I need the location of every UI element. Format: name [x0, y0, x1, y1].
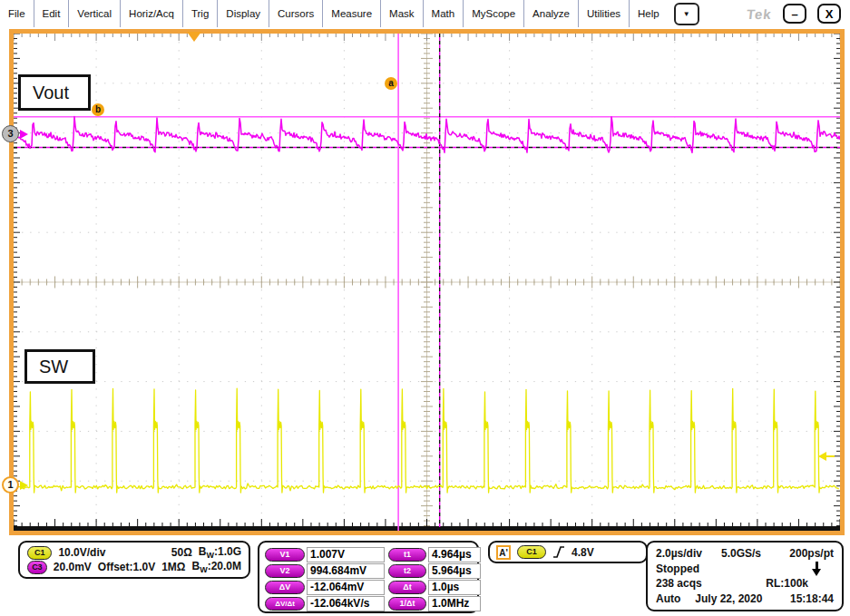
channel3-arrow-icon: [20, 130, 28, 139]
menu-item-utilities[interactable]: Utilities: [579, 0, 630, 27]
dv-dt-badge[interactable]: ΔV/Δt: [265, 597, 305, 611]
ch1-scale: 10.0V/div: [58, 546, 164, 559]
v2-value: 994.684mV: [307, 563, 385, 579]
menu-item-file[interactable]: File: [0, 0, 34, 27]
trigger-level-value: 4.8V: [572, 546, 594, 559]
delta-v-value: -12.064mV: [307, 580, 385, 595]
sample-rate: 5.0GS/s: [721, 547, 761, 560]
menu-item-mask[interactable]: Mask: [381, 0, 423, 27]
v2-badge[interactable]: V2: [265, 564, 305, 578]
menu-item-horiz-acq[interactable]: Horiz/Acq: [121, 0, 183, 27]
stopped-arrow-icon: [812, 562, 822, 576]
chevron-down-icon: ▼: [683, 10, 690, 18]
sample-resolution: 200ps/pt: [789, 547, 834, 560]
menu-item-display[interactable]: Display: [218, 0, 269, 27]
date-display: July 22, 2020: [695, 592, 762, 605]
ch1-impedance: 50Ω: [171, 546, 192, 559]
timebase-scale: 2.0µs/div: [656, 547, 721, 560]
ch3-settings-badge[interactable]: C3: [27, 561, 47, 574]
trigger-mode: Auto: [656, 592, 680, 605]
menu-item-analyze[interactable]: Analyze: [524, 0, 579, 27]
cursor-readout-panel: V1 1.007V t1 4.964µs V2 994.684mV t2 5.9…: [258, 541, 479, 613]
delta-t-value: 1.0µs: [428, 580, 481, 595]
channel-settings-panel: C1 10.0V/div 50Ω BW:1.0G C3 20.0mV Offse…: [18, 541, 250, 579]
t1-value: 4.964µs: [428, 547, 481, 562]
trigger-panel: A' C1 4.8V: [488, 541, 648, 563]
tek-logo: Tek: [746, 6, 773, 22]
menu-item-edit[interactable]: Edit: [34, 0, 70, 27]
record-length: RL:100k: [766, 577, 808, 590]
channel3-ground-marker[interactable]: 3: [2, 125, 28, 142]
vout-annotation-text: Vout: [33, 83, 69, 103]
trigger-a-badge[interactable]: A': [496, 545, 511, 560]
ch3-bandwidth: BW:20.0M: [191, 560, 241, 574]
ch3-impedance: 1MΩ: [161, 561, 185, 573]
trigger-source-badge[interactable]: C1: [517, 545, 546, 559]
menu-item-trig[interactable]: Trig: [183, 0, 218, 27]
cursor-a-handle[interactable]: a: [385, 77, 397, 90]
menu-item-cursors[interactable]: Cursors: [269, 0, 323, 27]
minimize-button[interactable]: –: [783, 4, 806, 24]
ch1-settings-badge[interactable]: C1: [27, 546, 52, 560]
delta-t-badge[interactable]: Δt: [388, 581, 426, 594]
menu-item-vertical[interactable]: Vertical: [69, 0, 121, 27]
vout-annotation-label: Vout: [18, 74, 91, 111]
delta-v-badge[interactable]: ΔV: [265, 581, 305, 594]
trigger-level-arrow[interactable]: [818, 452, 835, 461]
menu-item-help[interactable]: Help: [630, 0, 668, 27]
menu-bar: File Edit Vertical Horiz/Acq Trig Displa…: [0, 0, 850, 27]
t1-badge[interactable]: t1: [388, 548, 426, 562]
menu-item-math[interactable]: Math: [424, 0, 464, 27]
acquisition-state: Stopped: [656, 562, 699, 575]
inv-dt-value: 1.0MHz: [428, 596, 481, 611]
channel3-badge: 3: [2, 125, 19, 142]
window-controls: Tek – X: [747, 0, 850, 27]
menu-overflow-button[interactable]: ▼: [674, 3, 699, 25]
oscilloscope-screen: { "menu": { "items": ["File","Edit","Ver…: [0, 0, 850, 616]
cursor-b-handle[interactable]: b: [92, 103, 104, 116]
menu-item-myscope[interactable]: MyScope: [464, 0, 524, 27]
dv-dt-value: -12.064kV/s: [307, 596, 385, 611]
trigger-level-arrow-head: [818, 452, 826, 461]
rising-edge-icon: [552, 545, 565, 559]
acquisition-count: 238 acqs: [656, 577, 702, 590]
channel1-ground-marker[interactable]: 1: [2, 476, 28, 494]
channel1-arrow-icon: [20, 481, 28, 490]
v1-badge[interactable]: V1: [265, 548, 305, 562]
scope-display-frame: Vout SW a b 3 1: [9, 29, 845, 535]
trigger-position-marker[interactable]: [187, 32, 201, 42]
channel1-badge: 1: [2, 476, 19, 494]
time-display: 15:18:44: [790, 592, 834, 605]
ch1-bandwidth: BW:1.0G: [199, 545, 241, 560]
waveform-display[interactable]: [14, 34, 840, 531]
t2-value: 5.964µs: [428, 563, 481, 579]
sw-annotation-text: SW: [39, 357, 68, 377]
t2-badge[interactable]: t2: [388, 564, 426, 578]
ch3-scale: 20.0mV: [54, 561, 92, 573]
sw-annotation-label: SW: [24, 349, 95, 384]
v1-value: 1.007V: [307, 547, 385, 562]
menu-item-measure[interactable]: Measure: [323, 0, 381, 27]
ch3-offset: Offset:1.0V: [98, 561, 155, 573]
inv-dt-badge[interactable]: 1/Δt: [388, 597, 426, 611]
close-button[interactable]: X: [817, 4, 841, 24]
timebase-panel: 2.0µs/div 5.0GS/s 200ps/pt Stopped 238 a…: [646, 541, 844, 611]
trigger-level-arrow-tail: [826, 455, 835, 457]
